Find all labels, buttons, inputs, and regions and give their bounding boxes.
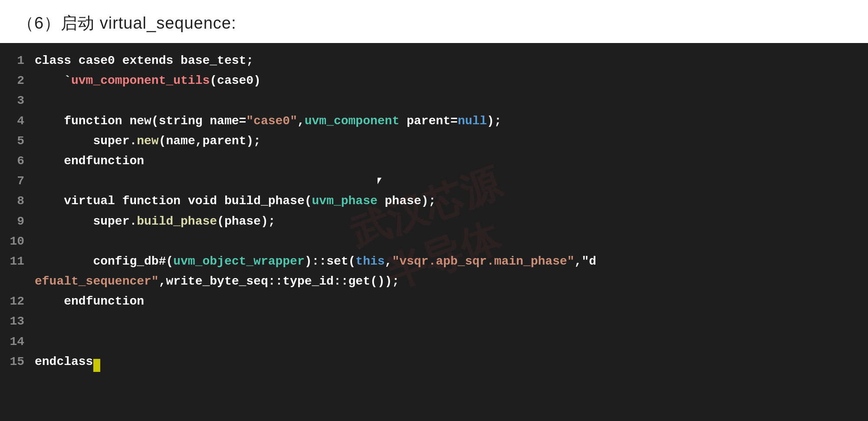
token: uvm_component_utils xyxy=(71,74,210,87)
token: , xyxy=(385,255,392,268)
line-number: 13 xyxy=(0,312,35,331)
line-content: efualt_sequencer",write_byte_seq::type_i… xyxy=(35,272,868,292)
token xyxy=(35,134,93,148)
line-content: endclass xyxy=(35,352,868,372)
line-content: super.new(name,parent); xyxy=(35,131,868,151)
token: function xyxy=(122,194,188,208)
line-number: 9 xyxy=(0,212,35,232)
code-block: 1class case0 extends base_test;2 `uvm_co… xyxy=(0,43,868,380)
line-content: `uvm_component_utils(case0) xyxy=(35,71,868,91)
token: uvm_object_wrapper xyxy=(173,255,304,268)
token: uvm_phase xyxy=(312,194,385,208)
token: case0 xyxy=(79,54,122,67)
token xyxy=(35,215,93,228)
token: uvm_component xyxy=(305,114,407,128)
line-content: super.build_phase(phase); xyxy=(35,212,868,232)
code-line: efualt_sequencer",write_byte_seq::type_i… xyxy=(0,272,868,292)
token: endfunction xyxy=(64,295,144,308)
line-content: config_db#(uvm_object_wrapper)::set(this… xyxy=(35,252,868,272)
token: endfunction xyxy=(64,154,144,168)
code-container: 武汉芯源半导体 1class case0 extends base_test;2… xyxy=(0,43,868,421)
code-line: 9 super.build_phase(phase); xyxy=(0,212,868,232)
token: extends xyxy=(122,54,181,67)
token: name= xyxy=(210,114,246,128)
token: (case0) xyxy=(210,74,261,87)
code-line: 5 super.new(name,parent); xyxy=(0,131,868,151)
line-content: virtual function void build_phase(uvm_ph… xyxy=(35,191,868,211)
token: ,"d xyxy=(574,255,596,268)
token: phase); xyxy=(385,194,436,208)
line-content xyxy=(35,232,868,252)
token: )::set( xyxy=(305,255,356,268)
token xyxy=(35,154,64,168)
token xyxy=(35,194,64,208)
code-line: 14 xyxy=(0,332,868,352)
token: super. xyxy=(93,215,137,228)
token: ` xyxy=(35,74,71,87)
token: , xyxy=(297,114,305,128)
line-number: 5 xyxy=(0,131,35,151)
token: build_phase xyxy=(137,215,217,228)
line-number: 4 xyxy=(0,111,35,131)
line-number: 8 xyxy=(0,191,35,211)
text-cursor xyxy=(93,359,100,372)
code-line: 15endclass xyxy=(0,352,868,372)
token: ,write_byte_seq::type_id::get()); xyxy=(159,275,400,288)
token xyxy=(35,295,64,308)
line-number: 12 xyxy=(0,292,35,312)
line-content: function new(string name="case0",uvm_com… xyxy=(35,111,868,131)
token: new( xyxy=(129,114,158,128)
line-content: endfunction xyxy=(35,292,868,312)
header-title: （6）启动 virtual_sequence: xyxy=(17,14,237,32)
code-line: 10 xyxy=(0,232,868,252)
line-content xyxy=(35,332,868,352)
token: super. xyxy=(93,134,137,148)
code-line: 12 endfunction xyxy=(0,292,868,312)
token: ); xyxy=(487,114,502,128)
token: string xyxy=(159,114,210,128)
line-number: 10 xyxy=(0,232,35,252)
token xyxy=(35,114,64,128)
page-container: （6）启动 virtual_sequence: 武汉芯源半导体 1class c… xyxy=(0,0,868,421)
token: class xyxy=(35,54,79,67)
line-number: 2 xyxy=(0,71,35,91)
code-line: 11 config_db#(uvm_object_wrapper)::set(t… xyxy=(0,252,868,272)
line-content: class case0 extends base_test; xyxy=(35,51,868,71)
line-number: 14 xyxy=(0,332,35,352)
token: parent= xyxy=(407,114,458,128)
line-number: 15 xyxy=(0,352,35,372)
line-number: 1 xyxy=(0,51,35,71)
code-line: 1class case0 extends base_test; xyxy=(0,51,868,71)
line-number: 7 xyxy=(0,171,35,191)
token: base_test; xyxy=(181,54,253,67)
token: (name,parent); xyxy=(159,134,261,148)
line-content: endfunction xyxy=(35,151,868,171)
token: "vsqr.apb_sqr.main_phase" xyxy=(392,255,574,268)
token: config_db#( xyxy=(93,255,173,268)
line-number: 11 xyxy=(0,252,35,272)
line-content xyxy=(35,312,868,331)
code-line: 3 xyxy=(0,91,868,111)
header-section: （6）启动 virtual_sequence: xyxy=(0,0,868,43)
token: "case0" xyxy=(246,114,297,128)
line-content xyxy=(35,171,868,191)
code-line: 4 function new(string name="case0",uvm_c… xyxy=(0,111,868,131)
token: null xyxy=(458,114,487,128)
line-number: 3 xyxy=(0,91,35,111)
token: endclass xyxy=(35,355,93,368)
code-line: 8 virtual function void build_phase(uvm_… xyxy=(0,191,868,211)
token: (phase); xyxy=(217,215,275,228)
line-number: 6 xyxy=(0,151,35,171)
token: this xyxy=(355,255,385,268)
token: virtual xyxy=(64,194,122,208)
token: function xyxy=(64,114,129,128)
code-line: 6 endfunction xyxy=(0,151,868,171)
token: efualt_sequencer" xyxy=(35,275,159,288)
code-line: 7 xyxy=(0,171,868,191)
token: new xyxy=(137,134,158,148)
code-line: 13 xyxy=(0,312,868,331)
token: build_phase( xyxy=(224,194,312,208)
token xyxy=(35,255,93,268)
code-line: 2 `uvm_component_utils(case0) xyxy=(0,71,868,91)
line-content xyxy=(35,91,868,111)
